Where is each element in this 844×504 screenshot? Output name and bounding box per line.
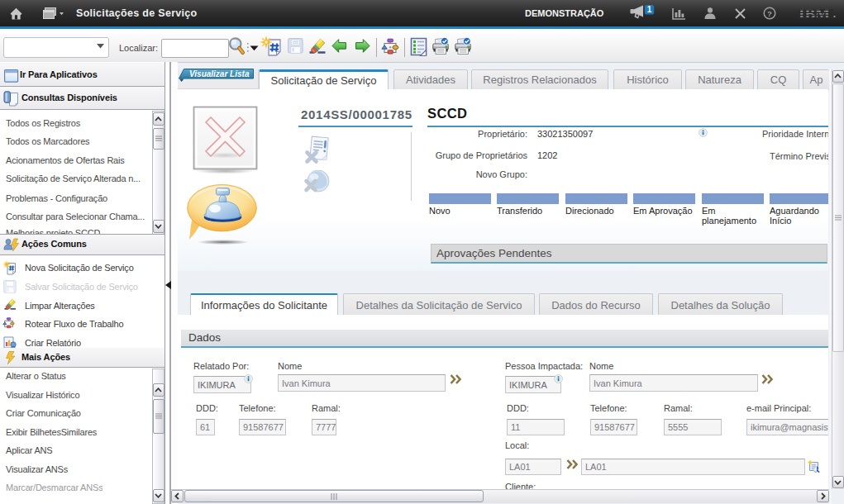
svg-text:1: 1 (647, 5, 652, 14)
svg-text:IBM: IBM (799, 7, 830, 21)
svg-text:Visualizar Lista: Visualizar Lista (189, 69, 250, 78)
svg-text:?: ? (767, 9, 772, 18)
